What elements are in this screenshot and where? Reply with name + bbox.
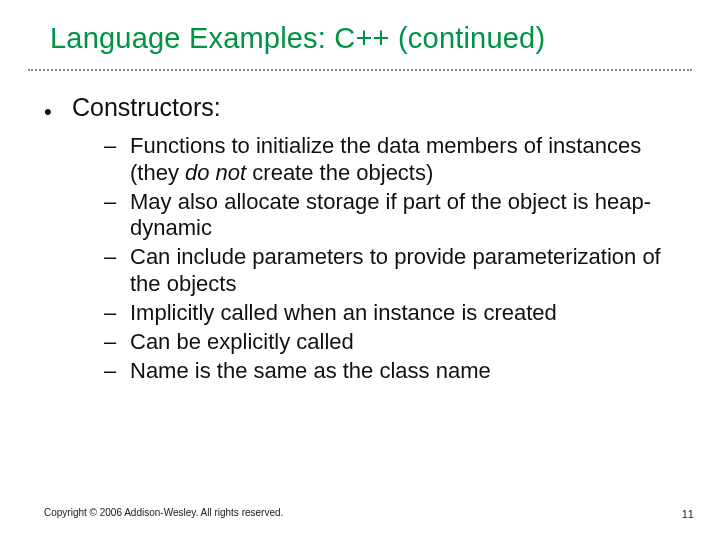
copyright-footer: Copyright © 2006 Addison-Wesley. All rig…	[44, 507, 283, 518]
list-item: – Implicitly called when an instance is …	[104, 300, 666, 327]
bullet-text: Functions to initialize the data members…	[130, 133, 666, 187]
list-item: – May also allocate storage if part of t…	[104, 189, 666, 243]
section-heading: Constructors:	[72, 93, 221, 122]
list-item: – Functions to initialize the data membe…	[104, 133, 666, 187]
bullet-text: May also allocate storage if part of the…	[130, 189, 666, 243]
dash-icon: –	[104, 244, 120, 271]
text-run: Implicitly called when an instance is cr…	[130, 300, 557, 325]
text-run: Name is the same as the class name	[130, 358, 491, 383]
slide-body: • Constructors: – Functions to initializ…	[0, 71, 720, 384]
bullet-text: Can be explicitly called	[130, 329, 666, 356]
text-run: Can include parameters to provide parame…	[130, 244, 661, 296]
bullet-text: Implicitly called when an instance is cr…	[130, 300, 666, 327]
dash-icon: –	[104, 329, 120, 356]
page-number: 11	[682, 508, 694, 520]
sub-list: – Functions to initialize the data membe…	[104, 133, 666, 384]
bullet-icon: •	[44, 93, 62, 123]
dash-icon: –	[104, 133, 120, 160]
text-run: Can be explicitly called	[130, 329, 354, 354]
bullet-text: Name is the same as the class name	[130, 358, 666, 385]
list-item: – Name is the same as the class name	[104, 358, 666, 385]
list-item: • Constructors:	[44, 93, 676, 123]
slide: Language Examples: C++ (continued) • Con…	[0, 0, 720, 540]
bullet-text: Can include parameters to provide parame…	[130, 244, 666, 298]
text-emphasis: do not	[185, 160, 246, 185]
dash-icon: –	[104, 189, 120, 216]
text-run: May also allocate storage if part of the…	[130, 189, 651, 241]
dash-icon: –	[104, 300, 120, 327]
slide-title: Language Examples: C++ (continued)	[0, 0, 720, 63]
list-item: – Can be explicitly called	[104, 329, 666, 356]
text-run: create the objects)	[246, 160, 433, 185]
list-item: – Can include parameters to provide para…	[104, 244, 666, 298]
dash-icon: –	[104, 358, 120, 385]
